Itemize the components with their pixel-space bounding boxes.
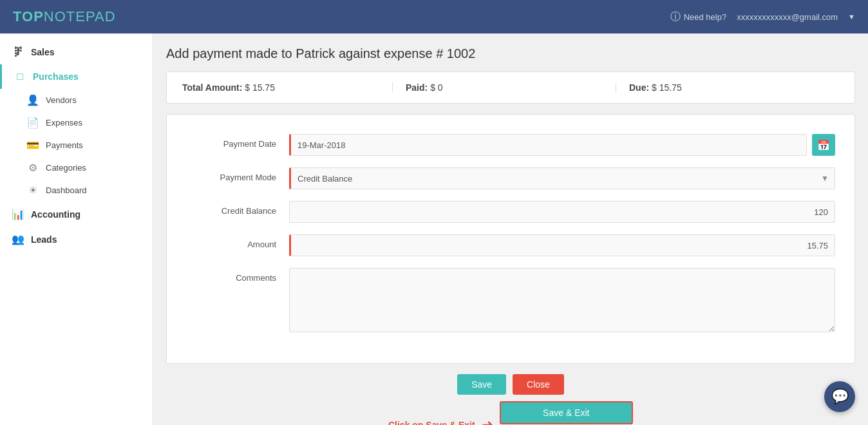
sidebar-item-categories[interactable]: ⚙ Categories <box>6 156 153 179</box>
comments-textarea[interactable] <box>289 268 835 332</box>
credit-balance-row: Credit Balance <box>186 201 835 223</box>
payment-mode-select-wrapper: Credit Balance Cash Bank Transfer Check … <box>289 167 835 189</box>
help-icon: ⓘ <box>670 10 681 24</box>
logo-bottom: Notepad <box>44 8 116 24</box>
minus-square-icon: □ <box>14 71 26 82</box>
sidebar-payments-label: Payments <box>46 140 83 150</box>
help-link[interactable]: ⓘ Need help? <box>670 10 727 24</box>
credit-balance-wrap <box>289 201 835 223</box>
layout: ⶫ Sales □ Purchases 👤 Vendors 📄 Expenses… <box>0 33 868 425</box>
accounting-icon: 📊 <box>12 208 24 220</box>
payment-date-input[interactable] <box>289 134 807 156</box>
sidebar-item-leads[interactable]: 👥 Leads <box>0 227 153 252</box>
paid-value: $ 0 <box>430 82 442 93</box>
due-item: Due: $ 15.75 <box>629 82 839 93</box>
comments-row: Comments <box>186 268 835 332</box>
payments-icon: 💳 <box>26 139 39 151</box>
sidebar-item-dashboard[interactable]: ☀ Dashboard <box>6 179 153 202</box>
credit-balance-input[interactable] <box>289 201 835 223</box>
payment-date-label: Payment Date <box>186 134 289 149</box>
sidebar-item-accounting[interactable]: 📊 Accounting <box>0 202 153 227</box>
sidebar-item-sales[interactable]: ⶫ Sales <box>0 40 153 64</box>
save-exit-button[interactable]: Save & Exit <box>500 401 633 424</box>
main-content: Add payment made to Patrick against expe… <box>153 33 868 425</box>
dropdown-icon[interactable]: ▼ <box>848 13 855 21</box>
sidebar-vendors-label: Vendors <box>46 95 77 105</box>
payment-mode-row: Payment Mode Credit Balance Cash Bank Tr… <box>186 167 835 189</box>
sidebar-expenses-label: Expenses <box>46 118 82 128</box>
sidebar-accounting-label: Accounting <box>31 209 80 220</box>
header-right: ⓘ Need help? xxxxxxxxxxxxx@gmail.com ▼ <box>670 10 855 24</box>
paid-label: Paid: <box>406 82 428 93</box>
comments-label: Comments <box>186 268 289 283</box>
total-value: $ 15.75 <box>245 82 275 93</box>
expenses-icon: 📄 <box>26 117 39 129</box>
logo-top: Top <box>13 8 44 24</box>
sidebar-purchases-label: Purchases <box>33 71 79 82</box>
payment-date-wrap: 📅 <box>289 134 835 156</box>
due-value: $ 15.75 <box>652 82 682 93</box>
chat-button[interactable]: 💬 <box>824 381 855 412</box>
annotation-text: Click on Save & Exit <box>388 420 475 425</box>
sidebar-item-vendors[interactable]: 👤 Vendors <box>6 89 153 111</box>
chat-icon: 💬 <box>831 388 849 405</box>
credit-balance-label: Credit Balance <box>186 201 289 216</box>
vendor-icon: 👤 <box>26 94 39 106</box>
amount-label: Amount <box>186 234 289 249</box>
summary-bar: Total Amount: $ 15.75 Paid: $ 0 Due: $ 1… <box>166 71 855 104</box>
app-logo: TopNotepad <box>13 8 116 25</box>
page-title: Add payment made to Patrick against expe… <box>166 46 855 61</box>
comments-wrap <box>289 268 835 332</box>
sidebar-purchases-sub: 👤 Vendors 📄 Expenses 💳 Payments ⚙ Catego… <box>0 89 153 202</box>
sidebar: ⶫ Sales □ Purchases 👤 Vendors 📄 Expenses… <box>0 33 153 425</box>
layers-icon: ⶫ <box>12 46 24 58</box>
sidebar-item-purchases[interactable]: □ Purchases <box>0 64 153 89</box>
sidebar-leads-label: Leads <box>31 234 57 245</box>
save-button[interactable]: Save <box>457 374 506 395</box>
sidebar-sales-label: Sales <box>31 47 55 57</box>
help-label: Need help? <box>684 12 727 22</box>
sidebar-dashboard-label: Dashboard <box>46 185 87 195</box>
save-exit-group: Save & Exit Save & Add New Expense <box>500 401 633 425</box>
paid-item: Paid: $ 0 <box>406 82 616 93</box>
amount-wrap <box>289 234 835 256</box>
due-label: Due: <box>629 82 649 93</box>
payment-date-row: Payment Date 📅 <box>186 134 835 156</box>
close-button[interactable]: Close <box>513 374 564 395</box>
calendar-button[interactable]: 📅 <box>812 134 835 156</box>
payment-mode-select[interactable]: Credit Balance Cash Bank Transfer Check <box>289 167 835 189</box>
categories-icon: ⚙ <box>26 162 39 174</box>
payment-mode-label: Payment Mode <box>186 167 289 182</box>
leads-icon: 👥 <box>12 233 24 245</box>
main-buttons-row: Save Close <box>166 374 855 395</box>
sidebar-item-payments[interactable]: 💳 Payments <box>6 134 153 156</box>
user-email[interactable]: xxxxxxxxxxxxx@gmail.com <box>737 12 838 22</box>
annotation-row: Click on Save & Exit ➜ Save & Exit Save … <box>166 401 855 425</box>
amount-row: Amount <box>186 234 835 256</box>
calendar-icon: 📅 <box>817 139 830 151</box>
amount-input[interactable] <box>289 234 835 256</box>
payment-form: Payment Date 📅 Payment Mode Credit Balan… <box>166 114 855 364</box>
dashboard-icon: ☀ <box>26 184 39 196</box>
arrow-right-icon: ➜ <box>482 417 493 425</box>
total-label: Total Amount: <box>182 82 242 93</box>
sidebar-item-expenses[interactable]: 📄 Expenses <box>6 111 153 134</box>
total-amount-item: Total Amount: $ 15.75 <box>182 82 393 93</box>
payment-mode-wrap: Credit Balance Cash Bank Transfer Check … <box>289 167 835 189</box>
header: TopNotepad ⓘ Need help? xxxxxxxxxxxxx@gm… <box>0 0 868 33</box>
sidebar-categories-label: Categories <box>46 163 86 173</box>
